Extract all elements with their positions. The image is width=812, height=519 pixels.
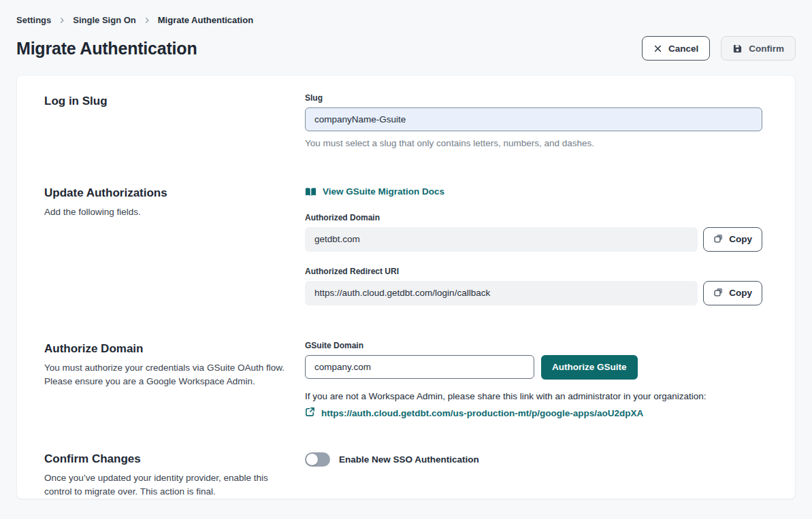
copy-redirect-uri-button[interactable]: Copy [703,281,762,305]
section-authorize-domain: Authorize Domain You must authorize your… [44,341,762,420]
enable-sso-toggle[interactable] [305,452,330,467]
copy-authorized-domain-button[interactable]: Copy [703,227,762,252]
login-slug-heading: Log in Slug [44,95,285,108]
chevron-right-icon [143,16,151,24]
copy-button-label: Copy [729,288,752,298]
confirm-button-label: Confirm [749,44,784,54]
confirm-changes-heading: Confirm Changes [44,452,285,466]
docs-link-label: View GSuite Migration Docs [323,186,444,197]
confirm-button[interactable]: Confirm [721,36,796,61]
toggle-knob [306,454,318,465]
cancel-button[interactable]: Cancel [642,36,710,61]
authorized-domain-label: Authorized Domain [305,213,762,222]
save-icon [732,44,743,54]
section-update-authorizations: Update Authorizations Add the following … [44,185,762,305]
copy-button-label: Copy [729,234,752,244]
authorized-redirect-uri-label: Authorized Redirect URI [305,267,762,276]
enable-sso-toggle-label: Enable New SSO Authentication [339,454,479,465]
breadcrumb-settings[interactable]: Settings [16,15,51,25]
authorize-domain-description: You must authorize your credentials via … [44,361,285,388]
confirm-changes-description: Once you’ve updated your identity provid… [44,471,273,499]
update-auth-description: Add the following fields. [44,205,285,219]
gsuite-migration-docs-link[interactable]: View GSuite Migration Docs [305,186,444,197]
slug-helper-text: You must select a slug that only contain… [305,138,762,148]
breadcrumb-single-sign-on[interactable]: Single Sign On [73,15,135,25]
workspace-admin-note: If you are not a Workspace Admin, please… [305,391,762,401]
breadcrumb: Settings Single Sign On Migrate Authenti… [16,15,796,25]
page-title: Migrate Authentication [16,39,197,58]
topbar: Settings Single Sign On Migrate Authenti… [0,0,812,61]
authorized-domain-field[interactable] [305,227,698,252]
enable-sso-toggle-row: Enable New SSO Authentication [305,452,762,467]
slug-label: Slug [305,93,762,103]
authorized-redirect-uri-row: Copy [305,281,762,305]
section-login-slug: Log in Slug Slug You must select a slug … [44,93,762,148]
external-link-icon [305,407,315,420]
header-row: Migrate Authentication Cancel [16,36,796,61]
update-auth-heading: Update Authorizations [44,186,285,200]
copy-icon [713,287,724,299]
gsuite-domain-row: Authorize GSuite [305,355,762,380]
authorize-gsuite-button[interactable]: Authorize GSuite [541,355,638,380]
slug-input[interactable] [305,107,762,131]
gsuite-domain-label: GSuite Domain [305,341,762,350]
authorized-redirect-uri-field[interactable] [305,281,698,305]
breadcrumb-migrate-authentication: Migrate Authentication [158,15,253,25]
cancel-button-label: Cancel [668,44,698,54]
section-confirm-changes: Confirm Changes Once you’ve updated your… [44,451,762,499]
book-icon [305,187,316,197]
migrate-auth-card: Log in Slug Slug You must select a slug … [16,75,796,499]
page: Settings Single Sign On Migrate Authenti… [0,0,812,519]
share-link-row: https://auth.cloud.getdbt.com/us-product… [305,407,762,420]
gsuite-domain-input[interactable] [305,355,534,379]
header-actions: Cancel Confirm [642,36,796,61]
authorize-domain-heading: Authorize Domain [44,342,285,356]
admin-share-link[interactable]: https://auth.cloud.getdbt.com/us-product… [321,408,643,418]
chevron-right-icon [58,16,66,24]
close-icon [653,44,662,53]
authorized-domain-row: Copy [305,227,762,252]
copy-icon [713,233,724,246]
